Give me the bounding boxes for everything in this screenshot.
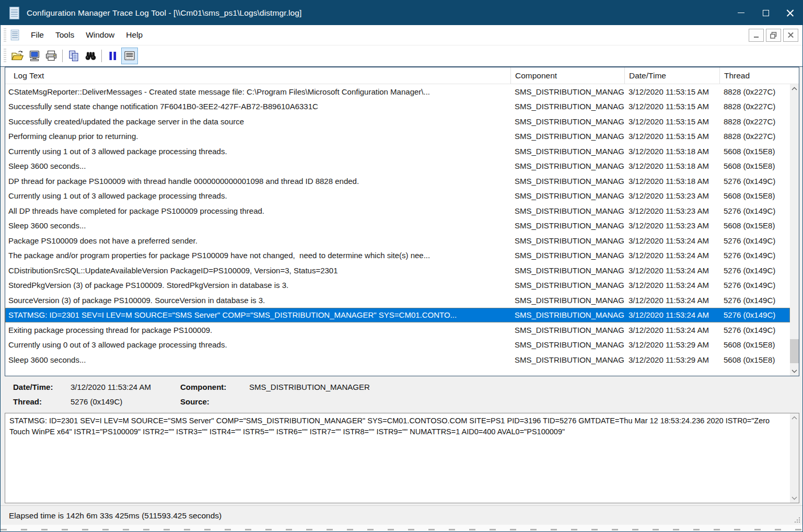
component-cell: SMS_DISTRIBUTION_MANAGER: [510, 218, 624, 234]
thread-cell: 5276 (0x149C): [719, 278, 790, 293]
detail-pane-toggle-button[interactable]: [121, 48, 138, 64]
thread-cell: 5276 (0x149C): [719, 308, 790, 323]
mdi-close-icon: [788, 32, 794, 38]
log-row[interactable]: CDistributionSrcSQL::UpdateAvailableVers…: [5, 263, 790, 278]
datetime-cell: 3/12/2020 11:53:23 AM: [624, 218, 719, 234]
scroll-up-icon[interactable]: [790, 84, 799, 93]
datetime-cell: 3/12/2020 11:53:24 AM: [624, 308, 719, 323]
log-row[interactable]: Currently using 0 out of 3 allowed packa…: [5, 338, 790, 353]
mdi-close-button[interactable]: [783, 29, 798, 42]
message-body-box[interactable]: STATMSG: ID=2301 SEV=I LEV=M SOURCE="SMS…: [5, 413, 799, 503]
mdi-restore-button[interactable]: [766, 29, 781, 42]
thread-cell: 5608 (0x15E8): [719, 144, 790, 159]
column-header-thread[interactable]: Thread: [719, 67, 799, 84]
column-header-datetime[interactable]: Date/Time: [624, 67, 719, 84]
remote-computer-button[interactable]: [26, 48, 43, 64]
minimize-button[interactable]: [729, 1, 753, 25]
component-cell: SMS_DISTRIBUTION_MANAGER: [510, 189, 624, 204]
message-scroll-down-icon[interactable]: [790, 494, 799, 503]
app-icon[interactable]: [8, 6, 21, 20]
log-row[interactable]: Successfully created/updated the package…: [5, 114, 790, 129]
close-button[interactable]: [778, 1, 802, 25]
component-cell: SMS_DISTRIBUTION_MANAGER: [510, 144, 624, 159]
maximize-button[interactable]: [753, 1, 778, 25]
log-row[interactable]: Exiting package processing thread for pa…: [5, 322, 790, 338]
thread-cell: 5276 (0x149C): [719, 174, 790, 189]
message-scroll-up-icon[interactable]: [790, 413, 799, 422]
window-title: Configuration Manager Trace Log Tool - […: [27, 8, 301, 18]
datetime-cell: 3/12/2020 11:53:15 AM: [624, 114, 719, 129]
log-row[interactable]: SourceVersion (3) of package PS100009. S…: [5, 293, 790, 308]
thread-cell: 8828 (0x227C): [719, 114, 790, 129]
datetime-cell: 3/12/2020 11:53:15 AM: [624, 99, 719, 114]
thread-cell: 5608 (0x15E8): [719, 352, 790, 367]
log-row[interactable]: Sleep 3600 seconds... SMS_DISTRIBUTION_M…: [5, 218, 790, 234]
log-text-cell: StoredPkgVersion (3) of package PS100009…: [8, 281, 288, 290]
resize-grip[interactable]: [793, 515, 801, 524]
log-row[interactable]: Sleep 3600 seconds... SMS_DISTRIBUTION_M…: [5, 352, 790, 367]
mdi-restore-icon: [770, 32, 777, 39]
open-file-icon: [11, 50, 25, 62]
log-row[interactable]: Currently using 1 out of 3 allowed packa…: [5, 189, 790, 204]
datetime-cell: 3/12/2020 11:53:18 AM: [624, 144, 719, 159]
detail-component-label: Component:: [180, 383, 249, 391]
log-text-cell: Successfully created/updated the package…: [8, 117, 244, 126]
log-row[interactable]: Successfully send state change notificat…: [5, 99, 790, 114]
log-row[interactable]: StoredPkgVersion (3) of package PS100009…: [5, 278, 790, 293]
pause-button[interactable]: [104, 48, 121, 64]
menu-tools[interactable]: Tools: [50, 27, 80, 43]
log-row[interactable]: CStateMsgReporter::DeliverMessages - Cre…: [5, 84, 790, 99]
menu-window[interactable]: Window: [80, 27, 120, 43]
thread-cell: 5276 (0x149C): [719, 248, 790, 263]
log-text-cell: Exiting package processing thread for pa…: [8, 326, 212, 334]
datetime-cell: 3/12/2020 11:53:23 AM: [624, 189, 719, 204]
thread-cell: 8828 (0x227C): [719, 129, 790, 144]
thread-cell: 5276 (0x149C): [719, 203, 790, 218]
detail-source-label: Source:: [180, 397, 249, 406]
datetime-cell: 3/12/2020 11:53:18 AM: [624, 174, 719, 189]
thread-cell: 5276 (0x149C): [719, 322, 790, 338]
log-row[interactable]: Currently using 1 out of 3 allowed packa…: [5, 144, 790, 159]
menu-file[interactable]: File: [25, 27, 50, 43]
component-cell: SMS_DISTRIBUTION_MANAGER: [510, 293, 624, 308]
toolbar-gripper: [4, 49, 6, 63]
log-row[interactable]: Performing cleanup prior to returning. S…: [5, 129, 790, 144]
thread-cell: 5608 (0x15E8): [719, 189, 790, 204]
status-text: Elapsed time is 142h 6m 33s 425ms (51159…: [9, 511, 222, 521]
copy-button[interactable]: [65, 48, 82, 64]
detail-datetime-label: Date/Time:: [13, 383, 71, 391]
message-scrollbar[interactable]: [790, 413, 799, 503]
scroll-down-icon[interactable]: [790, 367, 799, 376]
column-header-component[interactable]: Component: [510, 67, 624, 84]
status-bar: Elapsed time is 142h 6m 33s 425ms (51159…: [1, 505, 802, 525]
log-text-cell: All DP threads have completed for packag…: [8, 206, 264, 215]
log-row[interactable]: DP thread for package PS100009 with thre…: [5, 174, 790, 189]
detail-datetime-value: 3/12/2020 11:53:24 AM: [71, 383, 180, 391]
find-button[interactable]: [82, 48, 99, 64]
datetime-cell: 3/12/2020 11:53:15 AM: [624, 84, 719, 99]
log-text-cell: STATMSG: ID=2301 SEV=I LEV=M SOURCE="SMS…: [8, 310, 457, 319]
log-scrollbar[interactable]: [790, 84, 799, 376]
print-button[interactable]: [43, 48, 60, 64]
datetime-cell: 3/12/2020 11:53:24 AM: [624, 248, 719, 263]
menu-help[interactable]: Help: [120, 27, 148, 43]
open-file-button[interactable]: [9, 48, 26, 64]
log-text-cell: CStateMsgReporter::DeliverMessages - Cre…: [8, 87, 430, 96]
log-row[interactable]: STATMSG: ID=2301 SEV=I LEV=M SOURCE="SMS…: [5, 308, 790, 323]
log-row[interactable]: All DP threads have completed for packag…: [5, 203, 790, 218]
log-row[interactable]: Package PS100009 does not have a preferr…: [5, 233, 790, 248]
thread-cell: 5608 (0x15E8): [719, 159, 790, 174]
mdi-minimize-button[interactable]: [749, 29, 764, 42]
component-cell: SMS_DISTRIBUTION_MANAGER: [510, 278, 624, 293]
column-header-log-text[interactable]: Log Text: [5, 67, 510, 84]
component-cell: SMS_DISTRIBUTION_MANAGER: [510, 129, 624, 144]
window-bottom-edge: [1, 525, 802, 531]
thread-cell: 8828 (0x227C): [719, 84, 790, 99]
log-row[interactable]: Sleep 3600 seconds... SMS_DISTRIBUTION_M…: [5, 159, 790, 174]
log-list-header: Log Text Component Date/Time Thread: [5, 67, 799, 84]
document-icon[interactable]: [9, 29, 21, 41]
scroll-thumb[interactable]: [790, 339, 799, 363]
log-row[interactable]: The package and/or program properties fo…: [5, 248, 790, 263]
log-text-cell: Performing cleanup prior to returning.: [8, 132, 138, 141]
log-list: Log Text Component Date/Time Thread CSta…: [5, 67, 799, 376]
